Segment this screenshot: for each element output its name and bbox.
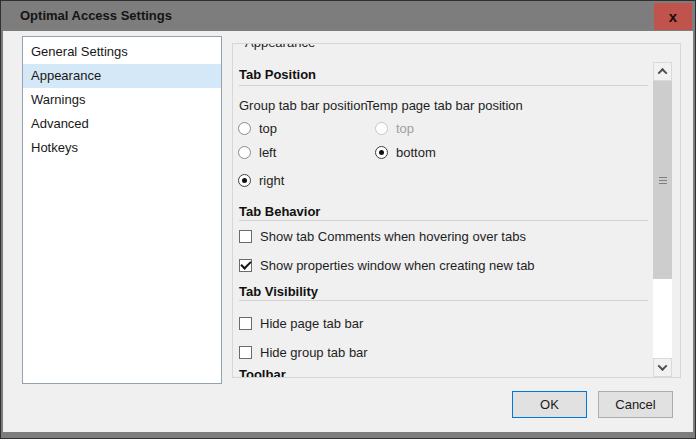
- sidebar-item-general-settings[interactable]: General Settings: [23, 40, 221, 64]
- close-button[interactable]: x: [654, 3, 692, 30]
- radio-temp-top[interactable]: top: [375, 120, 414, 136]
- sidebar-item-appearance[interactable]: Appearance: [23, 64, 221, 88]
- appearance-panel: Appearance Tab Position Group tab bar po…: [232, 43, 681, 378]
- vertical-scrollbar: [653, 62, 672, 377]
- section-tab-behavior: Tab Behavior: [239, 204, 320, 219]
- sidebar-item-warnings[interactable]: Warnings: [23, 88, 221, 112]
- radio-temp-bottom[interactable]: bottom: [375, 144, 436, 160]
- checkbox-icon: [239, 317, 252, 330]
- separator: [239, 220, 648, 221]
- checkbox-label: Show tab Comments when hovering over tab…: [260, 229, 526, 244]
- separator: [239, 85, 648, 86]
- scroll-up-button[interactable]: [653, 62, 672, 81]
- checkbox-label: Show properties window when creating new…: [260, 258, 535, 273]
- radio-icon: [375, 146, 388, 159]
- titlebar[interactable]: Optimal Access Settings: [1, 1, 695, 31]
- radio-label: right: [259, 173, 284, 188]
- grip-icon: [659, 177, 667, 178]
- cancel-button[interactable]: Cancel: [598, 391, 673, 418]
- checkbox-icon: [239, 230, 252, 243]
- temp-page-tab-bar-position-label: Temp page tab bar position: [366, 98, 523, 113]
- sidebar-item-advanced[interactable]: Advanced: [23, 112, 221, 136]
- grip-icon: [659, 180, 667, 181]
- close-icon: x: [669, 9, 677, 24]
- radio-icon: [238, 174, 251, 187]
- radio-icon: [375, 122, 388, 135]
- checkbox-label: Hide page tab bar: [260, 316, 363, 331]
- scrollbar-track[interactable]: [653, 279, 672, 358]
- radio-group-left[interactable]: left: [238, 144, 276, 160]
- checkbox-hide-group-tab-bar[interactable]: Hide group tab bar: [239, 344, 368, 360]
- radio-label: top: [259, 121, 277, 136]
- radio-group-right[interactable]: right: [238, 172, 284, 188]
- radio-icon: [238, 146, 251, 159]
- scroll-down-button[interactable]: [653, 358, 672, 377]
- separator: [239, 300, 648, 301]
- sidebar-item-hotkeys[interactable]: Hotkeys: [23, 136, 221, 160]
- settings-dialog: Optimal Access Settings x General Settin…: [0, 0, 696, 439]
- checkbox-icon: [239, 259, 252, 272]
- settings-category-list: General Settings Appearance Warnings Adv…: [22, 36, 222, 384]
- checkbox-label: Hide group tab bar: [260, 345, 368, 360]
- checkbox-hide-page-tab-bar[interactable]: Hide page tab bar: [239, 315, 363, 331]
- radio-icon: [238, 122, 251, 135]
- chevron-down-icon: [658, 361, 668, 371]
- section-tab-position: Tab Position: [239, 67, 316, 82]
- chevron-up-icon: [658, 68, 668, 78]
- radio-label: left: [259, 145, 276, 160]
- groupbox-caption: Appearance: [240, 43, 320, 51]
- ok-button[interactable]: OK: [512, 391, 587, 418]
- checkbox-show-tab-comments[interactable]: Show tab Comments when hovering over tab…: [239, 228, 526, 244]
- radio-label: top: [396, 121, 414, 136]
- grip-icon: [659, 183, 667, 184]
- checkbox-show-properties-window[interactable]: Show properties window when creating new…: [239, 257, 535, 273]
- section-tab-visibility: Tab Visibility: [239, 284, 318, 299]
- radio-group-top[interactable]: top: [238, 120, 277, 136]
- group-tab-bar-position-label: Group tab bar position: [239, 98, 368, 113]
- checkbox-icon: [239, 346, 252, 359]
- section-toolbar: Toolbar: [239, 367, 286, 378]
- dialog-body: General Settings Appearance Warnings Adv…: [3, 31, 693, 432]
- radio-label: bottom: [396, 145, 436, 160]
- scrollbar-thumb[interactable]: [653, 81, 672, 279]
- window-title: Optimal Access Settings: [20, 1, 172, 31]
